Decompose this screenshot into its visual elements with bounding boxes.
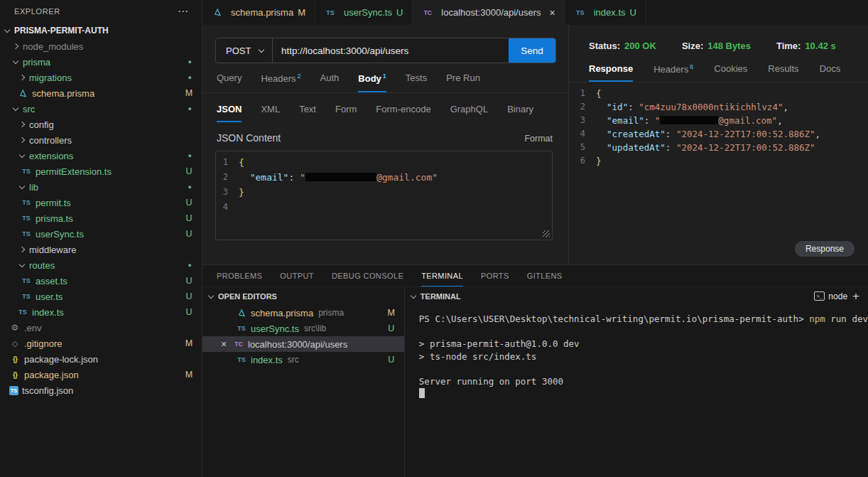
panel-tab-debug-console[interactable]: DEBUG CONSOLE [332, 265, 403, 286]
open-editors-header[interactable]: OPEN EDITORS [202, 287, 404, 305]
tree-item-env[interactable]: ⚙.env [0, 320, 202, 336]
tree-item-controllers[interactable]: controllers [0, 132, 202, 148]
response-tab-results[interactable]: Results [768, 63, 798, 82]
request-tab-query[interactable]: Query [217, 73, 242, 92]
close-icon[interactable]: × [218, 338, 229, 350]
chevron-down-icon [2, 26, 12, 36]
tree-item-node-modules[interactable]: node_modules [0, 38, 202, 54]
tree-item-permitextension-ts[interactable]: TSpermitExtension.tsU [0, 164, 202, 179]
chevron-down-icon[interactable] [17, 151, 27, 161]
root-folder-label: PRISMA-PERMIT-AUTH [14, 26, 109, 36]
body-tab-form-encode[interactable]: Form-encode [376, 104, 430, 122]
response-floating-button[interactable]: Response [795, 241, 855, 257]
terminal-output[interactable]: PS C:\Users\USER\Desktop\technical-writi… [405, 305, 868, 400]
open-editor-schema-prisma[interactable]: schema.prismaprismaM [202, 305, 404, 321]
tree-item-migrations[interactable]: migrations● [0, 70, 202, 85]
tree-item-src[interactable]: src● [0, 101, 202, 117]
more-actions-icon[interactable]: ⋯ [178, 5, 189, 18]
panel-tab-gitlens[interactable]: GITLENS [527, 265, 563, 286]
tree-item-config[interactable]: config [0, 117, 202, 132]
terminal-title-row[interactable]: TERMINAL [408, 291, 461, 301]
chevron-down-icon[interactable] [17, 182, 27, 192]
chevron-right-icon[interactable] [17, 245, 27, 254]
response-tab-cookies[interactable]: Cookies [714, 63, 747, 82]
open-editor-label: userSync.ts [251, 323, 299, 334]
response-tab-headers[interactable]: Headers6 [653, 63, 693, 82]
request-tab-tests[interactable]: Tests [406, 73, 427, 92]
tree-item-label: permit.ts [36, 198, 71, 208]
url-input[interactable] [273, 38, 509, 63]
ts-icon: TS [21, 166, 32, 176]
chevron-down-icon[interactable] [11, 104, 21, 114]
request-body-editor[interactable]: 1{2 "email": "@gmail.com"3}4 [215, 151, 553, 240]
tree-item-extensions[interactable]: extensions● [0, 148, 202, 164]
panel-tab-problems[interactable]: PROBLEMS [217, 265, 262, 286]
close-icon[interactable]: × [550, 7, 555, 18]
editor-tab-localhost-3000-api-users[interactable]: TClocalhost:3000/api/users× [413, 0, 565, 25]
open-editor-usersync-ts[interactable]: TSuserSync.tssrc\libU [202, 321, 404, 336]
chevron-down-icon[interactable] [11, 57, 21, 67]
body-tab-xml[interactable]: XML [261, 104, 280, 122]
tree-item-label: lib [29, 182, 38, 193]
tree-item-tsconfig-json[interactable]: TStsconfig.json [0, 382, 202, 398]
tree-item-permit-ts[interactable]: TSpermit.tsU [0, 195, 202, 210]
chevron-right-icon[interactable] [17, 135, 27, 145]
editor-tab-usersync-ts[interactable]: TSuserSync.tsU [315, 0, 413, 25]
request-tab-headers[interactable]: Headers2 [261, 73, 300, 92]
chevron-down-icon [408, 291, 418, 301]
tree-item-gitignore[interactable]: ◇.gitignoreM [0, 336, 202, 351]
new-terminal-button[interactable]: + [852, 290, 859, 302]
resize-handle[interactable] [543, 230, 550, 237]
tree-item-middleware[interactable]: middleware [0, 242, 202, 257]
git-change-dot: ● [188, 262, 192, 269]
tree-item-lib[interactable]: lib● [0, 179, 202, 195]
body-tab-graphql[interactable]: GraphQL [450, 104, 488, 122]
tree-item-schema-prisma[interactable]: schema.prismaM [0, 85, 202, 101]
request-tab-pre-run[interactable]: Pre Run [446, 73, 480, 92]
editor-tab-schema-prisma[interactable]: schema.prismaM [202, 0, 315, 25]
git-status-badge: M [184, 338, 194, 348]
open-editor-localhost-3000-api-users[interactable]: ×TClocalhost:3000/api/users [202, 336, 404, 352]
body-tab-text[interactable]: Text [299, 104, 316, 122]
code-line: 5 "updatedAt": "2024-12-22T17:00:52.886Z… [573, 141, 868, 154]
line-number: 4 [573, 127, 596, 141]
tree-item-package-json[interactable]: {}package.jsonM [0, 367, 202, 382]
body-tab-json[interactable]: JSON [217, 104, 242, 122]
tree-item-prisma-ts[interactable]: TSprisma.tsU [0, 210, 202, 226]
chevron-down-icon[interactable] [17, 260, 27, 270]
tree-item-usersync-ts[interactable]: TSuserSync.tsU [0, 226, 202, 242]
body-type-tabs: JSONXMLTextFormForm-encodeGraphQLBinary [202, 104, 568, 122]
chevron-right-icon[interactable] [11, 41, 21, 51]
open-editor-index-ts[interactable]: TSindex.tssrcU [202, 352, 404, 368]
tree-item-label: asset.ts [36, 276, 67, 286]
format-link[interactable]: Format [524, 134, 553, 144]
response-tab-docs[interactable]: Docs [820, 63, 841, 82]
git-status-badge: M [184, 88, 194, 98]
tree-item-user-ts[interactable]: TSuser.tsU [0, 289, 202, 304]
tree-item-package-lock-json[interactable]: {}package-lock.json [0, 351, 202, 367]
tree-item-index-ts[interactable]: TSindex.tsU [0, 304, 202, 320]
panel-tab-output[interactable]: OUTPUT [280, 265, 314, 286]
body-tab-binary[interactable]: Binary [507, 104, 533, 122]
request-tab-auth[interactable]: Auth [320, 73, 340, 92]
request-tab-label: Query [217, 73, 242, 83]
editor-tab-index-ts[interactable]: TSindex.tsU [565, 0, 646, 25]
send-button[interactable]: Send [509, 38, 555, 63]
shell-selector[interactable]: >_ node [814, 291, 847, 301]
terminal-line: PS C:\Users\USER\Desktop\technical-writi… [419, 313, 868, 326]
explorer-root-folder[interactable]: PRISMA-PERMIT-AUTH [0, 23, 202, 38]
request-tab-body[interactable]: Body1 [358, 73, 386, 92]
tree-item-asset-ts[interactable]: TSasset.tsU [0, 273, 202, 289]
body-tab-form[interactable]: Form [335, 104, 357, 122]
method-select[interactable]: POST [216, 38, 273, 63]
panel-tab-ports[interactable]: PORTS [481, 265, 509, 286]
tree-item-prisma[interactable]: prisma● [0, 54, 202, 70]
tree-item-routes[interactable]: routes● [0, 257, 202, 273]
panel-tab-terminal[interactable]: TERMINAL [421, 265, 463, 286]
open-editor-path: src [288, 355, 299, 365]
chevron-right-icon[interactable] [17, 119, 27, 129]
chevron-right-icon[interactable] [17, 73, 27, 82]
request-pane: POST Send QueryHeaders2AuthBody1TestsPre… [202, 25, 568, 264]
response-tab-response[interactable]: Response [589, 63, 633, 82]
response-meta-size: Size:148 Bytes [682, 41, 751, 51]
